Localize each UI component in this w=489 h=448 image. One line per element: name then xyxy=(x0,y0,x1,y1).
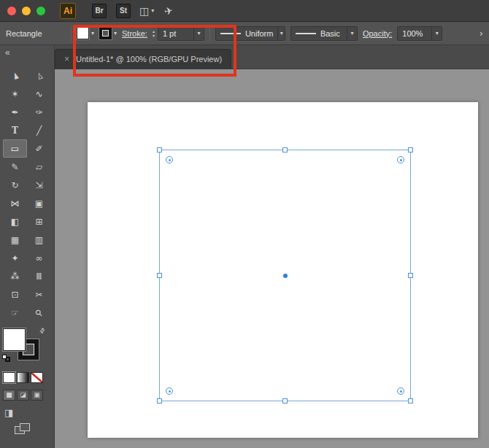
selection-handle-bottom-center[interactable] xyxy=(282,398,288,403)
tool-shaper-tool[interactable]: ✎ xyxy=(3,158,27,176)
pen-tool-icon: ✒ xyxy=(11,108,18,117)
tool-pen-tool[interactable]: ✒ xyxy=(3,103,27,121)
active-tool-label: Rectangle xyxy=(6,29,66,38)
selection-handle-top-left[interactable] xyxy=(157,147,162,152)
bridge-button[interactable]: Br xyxy=(92,4,107,18)
chevron-down-icon: ▾ xyxy=(91,31,94,36)
fill-color-indicator[interactable] xyxy=(3,328,26,351)
selection-handle-top-center[interactable] xyxy=(282,147,288,152)
corner-widget-bottom-right[interactable] xyxy=(397,387,404,395)
width-tool-icon: ⋈ xyxy=(11,199,20,208)
center-point[interactable] xyxy=(283,274,288,278)
tool-zoom-tool[interactable]: ⚲ xyxy=(27,304,51,322)
document-tab[interactable]: × Untitled-1* @ 100% (RGB/GPU Preview) xyxy=(55,49,231,69)
drawing-modes: ■ ◪ ▣ xyxy=(3,390,43,401)
default-fill-stroke-icon[interactable] xyxy=(2,355,11,362)
tool-lasso-tool[interactable]: ∿ xyxy=(27,85,51,103)
gpu-performance-button[interactable]: ✈ xyxy=(164,4,173,18)
tool-magic-wand-tool[interactable]: ✶ xyxy=(3,85,27,103)
tool-selection-tool[interactable]: ► xyxy=(3,66,27,85)
canvas[interactable] xyxy=(55,69,489,448)
close-document-icon[interactable]: × xyxy=(64,55,69,63)
color-button[interactable] xyxy=(3,372,15,383)
tool-artboard-tool[interactable]: ⊡ xyxy=(3,285,27,304)
variable-width-profile-dropdown[interactable]: Uniform ▾ xyxy=(215,26,285,41)
tool-eyedropper-tool[interactable]: ✦ xyxy=(3,249,27,267)
opacity-panel-link[interactable]: Opacity: xyxy=(363,29,392,38)
tool-symbol-sprayer-tool[interactable]: ⁂ xyxy=(3,267,27,285)
draw-behind-button[interactable]: ◪ xyxy=(17,390,29,401)
draw-inside-button[interactable]: ▣ xyxy=(31,390,43,401)
selection-handle-top-right[interactable] xyxy=(408,147,413,152)
document-area: × Untitled-1* @ 100% (RGB/GPU Preview) xyxy=(55,45,489,448)
chevron-down-icon: ▾ xyxy=(431,27,442,40)
tool-rectangle-tool[interactable]: ▭ xyxy=(3,139,27,158)
fill-swatch xyxy=(77,27,89,39)
tool-column-graph-tool[interactable]: Ⅲ xyxy=(27,267,51,285)
curvature-tool-icon: ✑ xyxy=(35,108,42,117)
type-tool-icon: T xyxy=(12,126,18,135)
tool-mesh-tool[interactable]: ▦ xyxy=(3,231,27,249)
brush-definition-dropdown[interactable]: Basic ▾ xyxy=(290,26,358,41)
tool-rotate-tool[interactable]: ↻ xyxy=(3,176,27,194)
selection-handle-middle-right[interactable] xyxy=(408,273,413,278)
tool-shape-builder-tool[interactable]: ◧ xyxy=(3,212,27,231)
workspace-switcher[interactable]: ◫ ▾ xyxy=(139,6,154,16)
selected-rectangle[interactable] xyxy=(159,150,411,401)
screen-mode-button[interactable]: ◨ xyxy=(4,407,13,418)
none-button[interactable] xyxy=(31,372,43,383)
width-profile-value: Uniform xyxy=(241,29,278,38)
zoom-tool-icon: ⚲ xyxy=(34,307,45,318)
corner-widget-top-right[interactable] xyxy=(397,156,404,163)
paintbrush-tool-icon: ✐ xyxy=(35,144,42,153)
fill-color-control[interactable]: ▾ xyxy=(77,27,94,39)
stroke-color-control[interactable]: ▾ xyxy=(99,27,117,39)
collapse-panel-button[interactable]: « xyxy=(5,47,10,58)
gradient-tool-icon: ▥ xyxy=(35,236,43,244)
selection-handle-middle-left[interactable] xyxy=(157,273,162,278)
tool-free-transform-tool[interactable]: ▣ xyxy=(27,194,51,212)
artboard[interactable] xyxy=(88,102,478,438)
selection-handle-bottom-right[interactable] xyxy=(408,398,413,403)
mesh-tool-icon: ▦ xyxy=(11,236,19,244)
minimize-window-button[interactable] xyxy=(22,7,31,15)
tool-width-tool[interactable]: ⋈ xyxy=(3,194,27,212)
main-area: « ►▻✶∿✒✑T╱▭✐✎▱↻⇲⋈▣◧⊞▦▥✦∞⁂Ⅲ⊡✂☞⚲ ⇄ ■ ◪ ▣ ◨ xyxy=(0,45,489,448)
tool-blend-tool[interactable]: ∞ xyxy=(27,249,51,267)
tool-curvature-tool[interactable]: ✑ xyxy=(27,103,51,121)
stroke-weight-dropdown[interactable]: 1 pt ▾ xyxy=(158,26,204,41)
tool-line-segment-tool[interactable]: ╱ xyxy=(27,121,51,139)
tool-paintbrush-tool[interactable]: ✐ xyxy=(27,139,51,158)
selection-handle-bottom-left[interactable] xyxy=(157,398,162,403)
stock-button[interactable]: St xyxy=(116,4,131,18)
gpu-performance-icon: ✈ xyxy=(163,4,174,16)
close-window-button[interactable] xyxy=(7,7,16,15)
tool-scale-tool[interactable]: ⇲ xyxy=(27,176,51,194)
gradient-button[interactable] xyxy=(17,372,29,383)
corner-widget-dot xyxy=(400,159,402,161)
corner-widget-bottom-left[interactable] xyxy=(166,387,173,395)
magic-wand-tool-icon: ✶ xyxy=(11,90,18,99)
tool-slice-tool[interactable]: ✂ xyxy=(27,285,51,304)
tool-type-tool[interactable]: T xyxy=(3,121,27,139)
stroke-panel-link[interactable]: Stroke: xyxy=(122,29,147,38)
document-tab-bar: × Untitled-1* @ 100% (RGB/GPU Preview) xyxy=(55,45,489,69)
tool-eraser-tool[interactable]: ▱ xyxy=(27,158,51,176)
slice-tool-icon: ✂ xyxy=(35,290,42,299)
tool-perspective-grid-tool[interactable]: ⊞ xyxy=(27,212,51,231)
titlebar: Ai Br St ◫ ▾ ✈ xyxy=(0,0,489,22)
draw-normal-button[interactable]: ■ xyxy=(3,390,15,401)
corner-widget-top-left[interactable] xyxy=(166,156,173,163)
tool-hand-tool[interactable]: ☞ xyxy=(3,304,27,322)
stroke-weight-stepper[interactable]: ▴ ▾ xyxy=(153,29,155,37)
workspace-icon: ◫ xyxy=(139,6,149,16)
zoom-window-button[interactable] xyxy=(36,7,45,15)
tool-gradient-tool[interactable]: ▥ xyxy=(27,231,51,249)
opacity-dropdown[interactable]: 100% ▾ xyxy=(397,26,442,41)
stepper-down-icon[interactable]: ▾ xyxy=(153,34,155,37)
more-options-icon[interactable]: › xyxy=(480,28,483,39)
swap-fill-stroke-icon[interactable]: ⇄ xyxy=(38,326,47,335)
tool-direct-selection-tool[interactable]: ▻ xyxy=(27,66,51,85)
fill-stroke-indicator: ⇄ xyxy=(3,328,48,365)
overlapping-rectangles-icon[interactable] xyxy=(15,423,32,436)
